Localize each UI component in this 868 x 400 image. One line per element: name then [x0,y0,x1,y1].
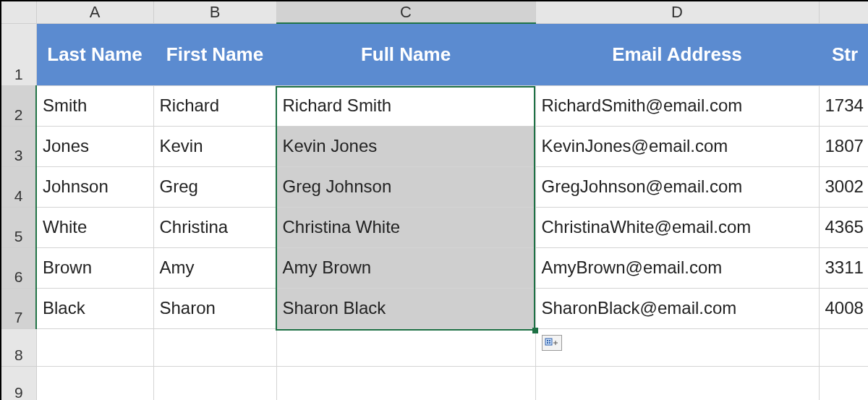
cell-B5[interactable]: Christina [153,207,276,247]
col-header-E[interactable] [819,1,868,23]
cell-B2[interactable]: Richard [153,85,276,126]
cell-B6[interactable]: Amy [153,247,276,288]
col-header-B[interactable]: B [153,1,276,23]
cell-E6[interactable]: 3311 [819,247,868,288]
flash-fill-options-button[interactable] [542,335,562,351]
cell-C4[interactable]: Greg Johnson [276,166,535,207]
svg-rect-3 [547,342,548,344]
col-header-A[interactable]: A [36,1,153,23]
spreadsheet-viewport: A B C D 1 Last Name First Name Full Name… [0,0,868,400]
cell-D7[interactable]: SharonBlack@email.com [535,288,819,328]
cell-E1[interactable]: Str [819,23,868,85]
cell-D9[interactable] [535,366,819,400]
cell-A9[interactable] [36,366,153,400]
row-header-5[interactable]: 5 [1,207,36,247]
spreadsheet-grid[interactable]: A B C D 1 Last Name First Name Full Name… [1,1,868,400]
cell-A5[interactable]: White [36,207,153,247]
col-header-D[interactable]: D [535,1,819,23]
row-header-1[interactable]: 1 [1,23,36,85]
cell-D5[interactable]: ChristinaWhite@email.com [535,207,819,247]
cell-D4[interactable]: GregJohnson@email.com [535,166,819,207]
cell-A3[interactable]: Jones [36,126,153,166]
cell-E9[interactable] [819,366,868,400]
cell-E7[interactable]: 4008 [819,288,868,328]
cell-A7[interactable]: Black [36,288,153,328]
cell-B9[interactable] [153,366,276,400]
cell-D1[interactable]: Email Address [535,23,819,85]
row-header-3[interactable]: 3 [1,126,36,166]
cell-B3[interactable]: Kevin [153,126,276,166]
cell-A8[interactable] [36,328,153,366]
cell-D6[interactable]: AmyBrown@email.com [535,247,819,288]
cell-C9[interactable] [276,366,535,400]
cell-E8[interactable] [819,328,868,366]
cell-D8[interactable] [535,328,819,366]
selection-fill-handle[interactable] [532,328,538,333]
svg-rect-1 [547,340,548,341]
cell-A6[interactable]: Brown [36,247,153,288]
cell-D2[interactable]: RichardSmith@email.com [535,85,819,126]
row-header-2[interactable]: 2 [1,85,36,126]
select-all-corner[interactable] [1,1,36,23]
row-header-6[interactable]: 6 [1,247,36,288]
row-header-7[interactable]: 7 [1,288,36,328]
cell-C1[interactable]: Full Name [276,23,535,85]
svg-rect-2 [549,340,550,341]
row-header-4[interactable]: 4 [1,166,36,207]
cell-A2[interactable]: Smith [36,85,153,126]
cell-E2[interactable]: 1734 [819,85,868,126]
cell-C3[interactable]: Kevin Jones [276,126,535,166]
cell-B1[interactable]: First Name [153,23,276,85]
svg-rect-0 [545,339,552,345]
cell-E4[interactable]: 3002 [819,166,868,207]
cell-A1[interactable]: Last Name [36,23,153,85]
cell-D3[interactable]: KevinJones@email.com [535,126,819,166]
svg-rect-4 [549,342,550,344]
row-header-9[interactable]: 9 [1,366,36,400]
cell-E3[interactable]: 1807 [819,126,868,166]
cell-C7[interactable]: Sharon Black [276,288,535,328]
cell-C2[interactable]: Richard Smith [276,85,535,126]
cell-B4[interactable]: Greg [153,166,276,207]
row-header-8[interactable]: 8 [1,328,36,366]
cell-C5[interactable]: Christina White [276,207,535,247]
cell-B8[interactable] [153,328,276,366]
cell-C8[interactable] [276,328,535,366]
cell-A4[interactable]: Johnson [36,166,153,207]
col-header-C[interactable]: C [276,1,535,23]
cell-B7[interactable]: Sharon [153,288,276,328]
cell-C6[interactable]: Amy Brown [276,247,535,288]
cell-E5[interactable]: 4365 [819,207,868,247]
